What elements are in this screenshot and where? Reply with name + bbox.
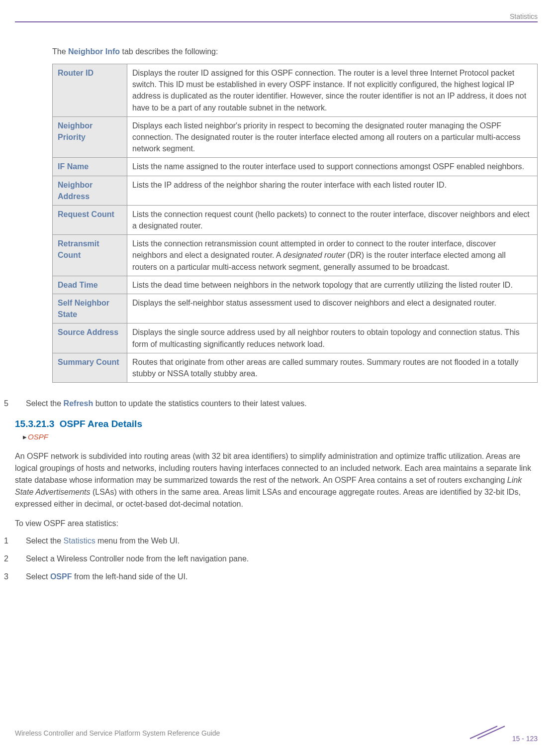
term-neighbor-address: Neighbor Address (53, 176, 127, 205)
page-number: 15 - 123 (512, 735, 538, 743)
step-bold: OSPF (50, 572, 72, 581)
desc-summary-count: Routes that originate from other areas a… (127, 353, 538, 382)
table-row: Summary Count Routes that originate from… (53, 353, 538, 382)
steps-intro: To view OSPF area statistics: (15, 519, 538, 528)
step-pre: Select the (26, 399, 64, 408)
breadcrumb: ▸OSPF (15, 432, 538, 441)
ospf-area-description: An OSPF network is subdivided into routi… (15, 450, 538, 510)
intro-bold: Neighbor Info (68, 47, 120, 56)
step-pre: Select (26, 572, 50, 581)
term-request-count: Request Count (53, 205, 127, 234)
term-self-neighbor-state: Self Neighbor State (53, 294, 127, 324)
step-post: menu from the Web UI. (95, 537, 180, 545)
intro-prefix: The (52, 47, 68, 56)
term-source-address: Source Address (53, 324, 127, 353)
term-dead-time: Dead Time (53, 276, 127, 294)
desc-italic: designated router (283, 251, 345, 259)
desc-self-neighbor-state: Displays the self-neighbor status assess… (127, 294, 538, 324)
table-row: Neighbor Priority Displays each listed n… (53, 116, 538, 158)
footer-right: 15 - 123 (467, 724, 538, 743)
term-retransmit-count: Retransmit Count (53, 235, 127, 276)
header-section-label: Statistics (15, 12, 538, 21)
statistics-link[interactable]: Statistics (64, 537, 95, 545)
desc-retransmit-count: Lists the connection retransmission coun… (127, 235, 538, 276)
intro-text: The Neighbor Info tab describes the foll… (52, 47, 538, 56)
svg-line-0 (470, 726, 497, 739)
step-3: 3Select OSPF from the left-hand side of … (15, 571, 538, 583)
step-post: from the left-hand side of the UI. (72, 572, 187, 581)
table-row: Router ID Displays the router ID assigne… (53, 64, 538, 117)
table-row: Retransmit Count Lists the connection re… (53, 235, 538, 276)
desc-neighbor-address: Lists the IP address of the neighbor sha… (127, 176, 538, 205)
section-heading: 15.3.21.3 OSPF Area Details (15, 419, 538, 430)
term-neighbor-priority: Neighbor Priority (53, 116, 127, 158)
step-2: 2Select a Wireless Controller node from … (15, 553, 538, 565)
table-row: Request Count Lists the connection reque… (53, 205, 538, 234)
table-row: Dead Time Lists the dead time between ne… (53, 276, 538, 294)
intro-suffix: tab describes the following: (120, 47, 218, 56)
breadcrumb-text[interactable]: OSPF (28, 432, 48, 441)
step-5: 5Select the Refresh button to update the… (26, 398, 538, 410)
step-num: 1 (15, 535, 26, 547)
neighbor-info-table: Router ID Displays the router ID assigne… (52, 64, 538, 383)
term-router-id: Router ID (53, 64, 127, 117)
step-num: 5 (15, 398, 26, 410)
footer-guide-title: Wireless Controller and Service Platform… (15, 729, 220, 737)
section-number: 15.3.21.3 (15, 419, 54, 429)
table-row: Self Neighbor State Displays the self-ne… (53, 294, 538, 324)
header-divider (15, 21, 538, 22)
step-pre: Select the (26, 537, 64, 545)
desc-router-id: Displays the router ID assigned for this… (127, 64, 538, 117)
step-bold: Refresh (64, 399, 93, 408)
term-summary-count: Summary Count (53, 353, 127, 382)
step-text: Select a Wireless Controller node from t… (26, 554, 249, 563)
page-footer: Wireless Controller and Service Platform… (15, 724, 538, 743)
table-row: Source Address Displays the single sourc… (53, 324, 538, 353)
desc-dead-time: Lists the dead time between neighbors in… (127, 276, 538, 294)
breadcrumb-arrow-icon: ▸ (23, 432, 27, 441)
footer-logo-icon (467, 735, 509, 743)
step-post: button to update the statistics counters… (93, 399, 307, 408)
term-if-name: IF Name (53, 158, 127, 176)
step-num: 3 (15, 571, 26, 583)
para-post: (LSAs) with others in the same area. Are… (15, 488, 521, 508)
svg-line-1 (477, 726, 505, 739)
desc-neighbor-priority: Displays each listed neighbor's priority… (127, 116, 538, 158)
desc-if-name: Lists the name assigned to the router in… (127, 158, 538, 176)
table-row: IF Name Lists the name assigned to the r… (53, 158, 538, 176)
step-num: 2 (15, 553, 26, 565)
section-title: OSPF Area Details (60, 419, 142, 429)
desc-request-count: Lists the connection request count (hell… (127, 205, 538, 234)
desc-source-address: Displays the single source address used … (127, 324, 538, 353)
para-pre: An OSPF network is subdivided into routi… (15, 452, 531, 484)
step-1: 1Select the Statistics menu from the Web… (15, 535, 538, 547)
table-row: Neighbor Address Lists the IP address of… (53, 176, 538, 205)
